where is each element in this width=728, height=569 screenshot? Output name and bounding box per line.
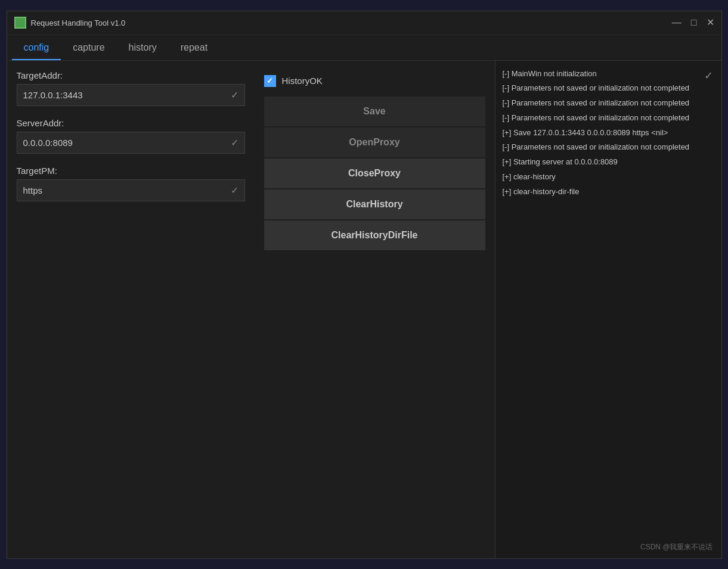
open-proxy-button[interactable]: OpenProxy bbox=[264, 128, 485, 157]
target-addr-check-icon: ✓ bbox=[231, 89, 238, 101]
window-title: Request Handling Tool v1.0 bbox=[31, 18, 672, 27]
titlebar: Request Handling Tool v1.0 — □ ✕ bbox=[7, 11, 721, 35]
minimize-button[interactable]: — bbox=[672, 18, 681, 27]
log-entry: [-] MainWin not initialization bbox=[503, 68, 714, 80]
app-icon bbox=[14, 17, 26, 29]
server-addr-input-group[interactable]: ✓ bbox=[17, 132, 245, 154]
history-ok-checkbox[interactable]: ✓ bbox=[264, 75, 276, 87]
log-check-icon: ✓ bbox=[704, 69, 713, 82]
server-addr-label: ServerAddr: bbox=[17, 118, 245, 128]
main-window: Request Handling Tool v1.0 — □ ✕ config … bbox=[7, 11, 722, 559]
close-proxy-button[interactable]: CloseProxy bbox=[264, 158, 485, 188]
tab-capture[interactable]: capture bbox=[61, 35, 116, 60]
target-pm-input-group[interactable]: ✓ bbox=[17, 179, 245, 201]
log-entry: [+] clear-history bbox=[503, 171, 714, 184]
history-ok-label: HistoryOK bbox=[282, 76, 323, 86]
history-ok-row: ✓ HistoryOK bbox=[264, 70, 485, 92]
log-entry: [+] Save 127.0.0.1:3443 0.0.0.0:8089 htt… bbox=[503, 127, 714, 139]
tab-history[interactable]: history bbox=[117, 35, 169, 60]
log-entry: [+] clear-history-dir-file bbox=[503, 186, 714, 198]
log-entries: [-] MainWin not initialization[-] Parame… bbox=[503, 68, 714, 198]
target-addr-input-group[interactable]: ✓ bbox=[17, 84, 245, 106]
target-addr-section: TargetAddr: ✓ bbox=[17, 70, 245, 111]
target-addr-input[interactable] bbox=[23, 90, 226, 100]
log-entry: [-] Parameters not saved or initializati… bbox=[503, 141, 714, 154]
target-pm-section: TargetPM: ✓ bbox=[17, 166, 245, 206]
clear-history-dir-file-button[interactable]: ClearHistoryDirFile bbox=[264, 220, 485, 250]
server-addr-check-icon: ✓ bbox=[231, 137, 238, 148]
target-pm-label: TargetPM: bbox=[17, 166, 245, 176]
target-pm-check-icon: ✓ bbox=[231, 185, 238, 196]
maximize-button[interactable]: □ bbox=[691, 18, 697, 27]
tab-bar: config capture history repeat bbox=[7, 35, 721, 61]
tab-config[interactable]: config bbox=[12, 35, 61, 60]
checkbox-checkmark: ✓ bbox=[267, 76, 273, 85]
buttons-panel: ✓ HistoryOK Save OpenProxy CloseProxy Cl… bbox=[255, 61, 495, 558]
log-entry: [-] Parameters not saved or initializati… bbox=[503, 82, 714, 95]
close-button[interactable]: ✕ bbox=[707, 18, 714, 27]
target-addr-label: TargetAddr: bbox=[17, 70, 245, 80]
save-button[interactable]: Save bbox=[264, 97, 485, 126]
main-content: TargetAddr: ✓ ServerAddr: ✓ TargetPM: ✓ bbox=[7, 61, 721, 558]
log-entry: [-] Parameters not saved or initializati… bbox=[503, 112, 714, 125]
window-controls: — □ ✕ bbox=[672, 18, 714, 27]
server-addr-input[interactable] bbox=[23, 138, 226, 148]
log-entry: [+] Starting server at 0.0.0.0:8089 bbox=[503, 156, 714, 169]
config-panel: TargetAddr: ✓ ServerAddr: ✓ TargetPM: ✓ bbox=[7, 61, 255, 558]
log-panel: ✓ [-] MainWin not initialization[-] Para… bbox=[495, 61, 721, 558]
target-pm-input[interactable] bbox=[23, 185, 226, 195]
clear-history-button[interactable]: ClearHistory bbox=[264, 189, 485, 219]
server-addr-section: ServerAddr: ✓ bbox=[17, 118, 245, 158]
tab-repeat[interactable]: repeat bbox=[169, 35, 219, 60]
log-entry: [-] Parameters not saved or initializati… bbox=[503, 97, 714, 110]
watermark: CSDN @我重来不说话 bbox=[640, 542, 713, 552]
